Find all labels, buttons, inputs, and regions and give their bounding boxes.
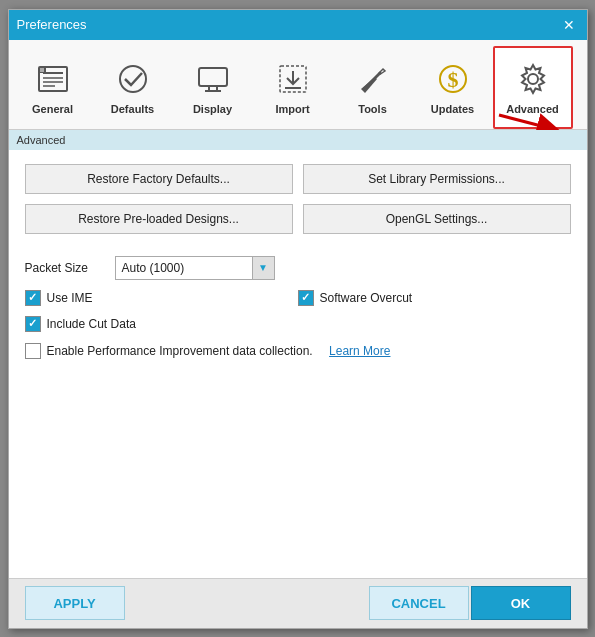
use-ime-checkbox[interactable]: ✓	[25, 290, 41, 306]
import-icon	[273, 59, 313, 99]
restore-preloaded-btn[interactable]: Restore Pre-loaded Designs...	[25, 204, 293, 234]
content-area: Restore Factory Defaults... Set Library …	[9, 150, 587, 578]
svg-text:$: $	[447, 67, 458, 92]
apply-button[interactable]: APPLY	[25, 586, 125, 620]
svg-point-8	[120, 66, 146, 92]
toolbar-item-general[interactable]: General	[13, 46, 93, 129]
svg-rect-9	[199, 68, 227, 86]
close-button[interactable]: ✕	[559, 15, 579, 35]
cancel-button[interactable]: CANCEL	[369, 586, 469, 620]
use-ime-col: ✓ Use IME	[25, 290, 298, 306]
display-icon	[193, 59, 233, 99]
include-cut-data-label: Include Cut Data	[47, 317, 136, 331]
include-cut-data-row: ✓ Include Cut Data	[25, 316, 571, 332]
toolbar-label-tools: Tools	[358, 103, 387, 115]
breadcrumb-text: Advanced	[17, 134, 66, 146]
software-overcut-checkbox[interactable]: ✓	[298, 290, 314, 306]
dropdown-arrow-icon[interactable]: ▼	[252, 257, 274, 279]
set-library-btn[interactable]: Set Library Permissions...	[303, 164, 571, 194]
updates-icon: $	[433, 59, 473, 99]
toolbar-label-display: Display	[193, 103, 232, 115]
learn-more-link[interactable]: Learn More	[329, 344, 390, 358]
software-overcut-col: ✓ Software Overcut	[298, 290, 571, 306]
tools-icon	[353, 59, 393, 99]
packet-size-row: Packet Size Auto (1000) ▼	[25, 256, 571, 280]
svg-point-19	[528, 74, 538, 84]
button-row-2: Restore Pre-loaded Designs... OpenGL Set…	[25, 204, 571, 234]
include-cut-data-checkbox[interactable]: ✓	[25, 316, 41, 332]
use-ime-label: Use IME	[47, 291, 93, 305]
packet-size-value: Auto (1000)	[116, 261, 252, 275]
enable-performance-label: Enable Performance Improvement data coll…	[47, 344, 313, 358]
toolbar: General Defaults	[9, 40, 587, 130]
packet-size-dropdown[interactable]: Auto (1000) ▼	[115, 256, 275, 280]
enable-performance-row: Enable Performance Improvement data coll…	[25, 342, 571, 360]
toolbar-label-general: General	[32, 103, 73, 115]
packet-size-label: Packet Size	[25, 261, 115, 275]
enable-performance-checkbox[interactable]	[25, 343, 41, 359]
toolbar-item-tools[interactable]: Tools	[333, 46, 413, 129]
title-bar: Preferences ✕	[9, 10, 587, 40]
svg-point-16	[378, 72, 381, 75]
footer-left: APPLY	[25, 586, 125, 620]
restore-factory-btn[interactable]: Restore Factory Defaults...	[25, 164, 293, 194]
toolbar-item-defaults[interactable]: Defaults	[93, 46, 173, 129]
toolbar-label-updates: Updates	[431, 103, 474, 115]
opengl-btn[interactable]: OpenGL Settings...	[303, 204, 571, 234]
advanced-icon	[513, 59, 553, 99]
svg-rect-5	[39, 67, 46, 73]
preferences-window: Preferences ✕	[8, 9, 588, 629]
footer-right: CANCEL OK	[369, 586, 571, 620]
footer: APPLY CANCEL OK	[9, 578, 587, 628]
toolbar-label-defaults: Defaults	[111, 103, 154, 115]
toolbar-label-import: Import	[275, 103, 309, 115]
general-icon	[33, 59, 73, 99]
checkbox-row-ime-overcut: ✓ Use IME ✓ Software Overcut	[25, 290, 571, 306]
toolbar-item-updates[interactable]: $ Updates	[413, 46, 493, 129]
toolbar-item-advanced[interactable]: Advanced	[493, 46, 573, 129]
toolbar-label-advanced: Advanced	[506, 103, 559, 115]
toolbar-item-display[interactable]: Display	[173, 46, 253, 129]
button-row-1: Restore Factory Defaults... Set Library …	[25, 164, 571, 194]
defaults-icon	[113, 59, 153, 99]
software-overcut-label: Software Overcut	[320, 291, 413, 305]
breadcrumb: Advanced	[9, 130, 587, 150]
toolbar-item-import[interactable]: Import	[253, 46, 333, 129]
window-title: Preferences	[17, 17, 87, 32]
ok-button[interactable]: OK	[471, 586, 571, 620]
